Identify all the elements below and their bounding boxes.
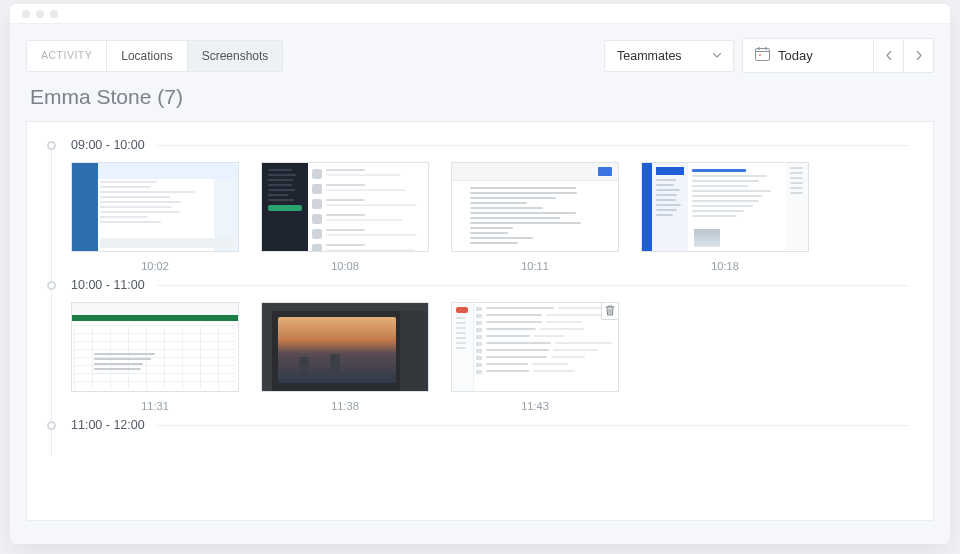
timeline-line (51, 430, 52, 456)
screenshot-item: 10:11 (451, 162, 619, 272)
screenshot-time: 10:18 (711, 260, 739, 272)
date-next-button[interactable] (903, 39, 933, 72)
time-group: 10:00 - 11:00 11:31 11:38 (51, 278, 909, 412)
page-title: Emma Stone (7) (26, 73, 934, 121)
screenshot-thumbnail[interactable] (71, 302, 239, 392)
screenshot-thumbnail[interactable] (641, 162, 809, 252)
browser-window: ACTIVITY Locations Screenshots Teammates… (10, 4, 950, 544)
window-titlebar (10, 4, 950, 24)
screenshots-row: 10:02 10:08 10:11 (71, 162, 909, 272)
svg-point-4 (759, 54, 761, 56)
tab-activity[interactable]: ACTIVITY (27, 41, 107, 71)
timeline-line (51, 290, 52, 426)
caret-down-icon (713, 53, 721, 58)
screenshot-item: 10:02 (71, 162, 239, 272)
screenshot-time: 11:38 (331, 400, 359, 412)
time-range-label: 10:00 - 11:00 (71, 278, 145, 292)
time-range-label: 09:00 - 10:00 (71, 138, 145, 152)
timeline-bullet-icon (47, 141, 56, 150)
screenshot-time: 11:43 (521, 400, 549, 412)
tab-locations[interactable]: Locations (107, 41, 187, 71)
trash-icon (605, 304, 615, 319)
svg-rect-0 (756, 49, 770, 61)
screenshot-thumbnail[interactable] (261, 302, 429, 392)
timeline-bullet-icon (47, 421, 56, 430)
time-groups-container: 09:00 - 10:00 10:02 10:08 10:11 (51, 138, 909, 442)
timeline-line (51, 150, 52, 286)
time-group: 09:00 - 10:00 10:02 10:08 10:11 (51, 138, 909, 272)
time-range-header: 10:00 - 11:00 (71, 278, 909, 292)
screenshots-row: 11:31 11:38 11:43 (71, 302, 909, 412)
screenshot-thumbnail[interactable] (451, 302, 619, 392)
screenshot-time: 11:31 (141, 400, 169, 412)
date-picker: Today (742, 38, 934, 73)
timeline-bullet-icon (47, 281, 56, 290)
window-dot (22, 10, 30, 18)
date-prev-button[interactable] (873, 39, 903, 72)
window-dot (36, 10, 44, 18)
teammates-dropdown[interactable]: Teammates (604, 40, 734, 72)
teammates-dropdown-label: Teammates (617, 49, 682, 63)
calendar-icon (755, 47, 770, 64)
chevron-left-icon (886, 51, 892, 60)
content-area: ACTIVITY Locations Screenshots Teammates… (10, 24, 950, 544)
time-range-label: 11:00 - 12:00 (71, 418, 145, 432)
screenshot-time: 10:08 (331, 260, 359, 272)
screenshots-panel: 09:00 - 10:00 10:02 10:08 10:11 (26, 121, 934, 521)
delete-screenshot-button[interactable] (601, 302, 619, 320)
time-range-header: 09:00 - 10:00 (71, 138, 909, 152)
screenshot-thumbnail[interactable] (71, 162, 239, 252)
date-picker-main[interactable]: Today (743, 39, 873, 72)
time-range-header: 11:00 - 12:00 (71, 418, 909, 432)
screenshot-time: 10:02 (141, 260, 169, 272)
screenshot-item: 10:18 (641, 162, 809, 272)
screenshot-time: 10:11 (521, 260, 549, 272)
tabs: ACTIVITY Locations Screenshots (26, 40, 283, 72)
window-dot (50, 10, 58, 18)
chevron-right-icon (916, 51, 922, 60)
tab-screenshots[interactable]: Screenshots (188, 41, 283, 71)
screenshot-item: 11:31 (71, 302, 239, 412)
toolbar: ACTIVITY Locations Screenshots Teammates… (26, 38, 934, 73)
screenshot-thumbnail[interactable] (451, 162, 619, 252)
time-group: 11:00 - 12:00 (51, 418, 909, 442)
screenshot-item: 11:43 (451, 302, 619, 412)
screenshot-item: 11:38 (261, 302, 429, 412)
screenshot-thumbnail[interactable] (261, 162, 429, 252)
date-picker-label: Today (778, 48, 813, 63)
screenshot-item: 10:08 (261, 162, 429, 272)
